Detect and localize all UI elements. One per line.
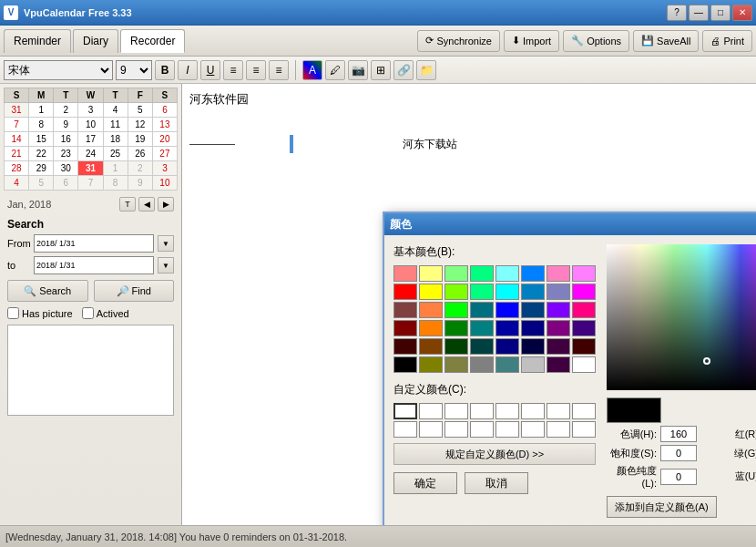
basic-color-swatch[interactable] [495,320,519,336]
basic-color-swatch[interactable] [495,338,519,355]
basic-color-swatch[interactable] [419,356,443,373]
italic-button[interactable]: I [178,60,198,80]
basic-color-swatch[interactable] [470,265,494,282]
search-button[interactable]: 🔍 Search [7,280,88,302]
to-date-input[interactable]: 2018/ 1/31 [34,256,154,274]
basic-color-swatch[interactable] [393,338,417,355]
cal-day-cell[interactable]: 26 [128,147,152,161]
align-right-button[interactable]: ≡ [269,60,289,80]
content-area[interactable]: 河东软件园 河东下载站 颜色 ✕ 基本颜色(B): [182,84,756,525]
cal-day-cell[interactable]: 18 [103,132,128,147]
cal-day-cell[interactable]: 1 [103,161,128,176]
cal-day-cell[interactable]: 7 [5,118,29,132]
basic-color-swatch[interactable] [572,284,596,300]
cal-day-cell[interactable]: 23 [54,147,78,161]
custom-swatch-1[interactable] [393,403,417,419]
cal-day-cell[interactable]: 29 [29,161,54,176]
cal-day-cell[interactable]: 1 [29,103,54,118]
basic-color-swatch[interactable] [547,284,570,300]
find-button[interactable]: 🔎 Find [94,280,175,302]
custom-swatch-3[interactable] [444,403,468,419]
custom-swatch-6[interactable] [521,403,545,419]
custom-swatch-11[interactable] [444,421,468,438]
help-button[interactable]: ? [667,5,687,21]
basic-color-swatch[interactable] [572,320,596,336]
cal-day-cell[interactable]: 20 [152,132,177,147]
next-month-button[interactable]: ▶ [158,197,174,212]
cal-day-cell[interactable]: 13 [152,118,177,132]
basic-color-swatch[interactable] [419,302,443,318]
cal-day-cell[interactable]: 24 [78,147,103,161]
add-to-custom-button[interactable]: 添加到自定义颜色(A) [607,496,717,518]
minimize-button[interactable]: — [689,5,709,21]
cal-day-cell[interactable]: 4 [103,103,128,118]
tab-recorder[interactable]: Recorder [120,29,185,53]
table-button[interactable]: ⊞ [371,60,391,80]
cal-day-cell[interactable]: 6 [152,103,177,118]
close-button[interactable]: ✕ [732,5,752,21]
cancel-button[interactable]: 取消 [465,472,528,494]
basic-color-swatch[interactable] [444,338,468,355]
basic-color-swatch[interactable] [521,356,545,373]
actived-check[interactable]: Actived [82,307,129,319]
cal-day-cell[interactable]: 12 [128,118,152,132]
basic-color-swatch[interactable] [547,320,570,336]
cal-day-cell[interactable]: 5 [128,103,152,118]
save-all-button[interactable]: 💾 SaveAll [633,30,699,52]
basic-color-swatch[interactable] [444,320,468,336]
cal-day-cell[interactable]: 27 [152,147,177,161]
basic-color-swatch[interactable] [495,356,519,373]
define-custom-colors-button[interactable]: 规定自定义颜色(D) >> [393,443,596,465]
basic-color-swatch[interactable] [470,284,494,300]
basic-color-swatch[interactable] [547,302,570,318]
basic-color-swatch[interactable] [393,265,417,282]
align-left-button[interactable]: ≡ [223,60,243,80]
basic-color-swatch[interactable] [572,302,596,318]
basic-color-swatch[interactable] [470,320,494,336]
basic-color-swatch[interactable] [521,302,545,318]
print-button[interactable]: 🖨 Print [702,30,752,52]
cal-day-cell[interactable]: 2 [128,161,152,176]
basic-color-swatch[interactable] [521,265,545,282]
cal-day-cell[interactable]: 2 [54,103,78,118]
cal-day-cell[interactable]: 9 [128,176,152,191]
synchronize-button[interactable]: ⟳ Synchronize [417,30,500,52]
custom-swatch-14[interactable] [521,421,545,438]
tab-reminder[interactable]: Reminder [4,29,71,53]
image-button[interactable]: 📷 [348,60,368,80]
underline-button[interactable]: U [200,60,220,80]
basic-color-swatch[interactable] [444,302,468,318]
basic-color-swatch[interactable] [444,284,468,300]
color-button[interactable]: A [302,60,322,80]
custom-swatch-10[interactable] [419,421,443,438]
custom-swatch-16[interactable] [572,421,596,438]
basic-color-swatch[interactable] [393,356,417,373]
basic-color-swatch[interactable] [495,302,519,318]
bold-button[interactable]: B [155,60,175,80]
font-size-select[interactable]: 9 [116,60,152,80]
custom-swatch-12[interactable] [470,421,494,438]
basic-color-swatch[interactable] [521,284,545,300]
custom-swatch-13[interactable] [495,421,519,438]
custom-swatch-15[interactable] [547,421,570,438]
cal-day-cell[interactable]: 31 [5,103,29,118]
cal-day-cell[interactable]: 8 [29,118,54,132]
custom-swatch-8[interactable] [572,403,596,419]
basic-color-swatch[interactable] [572,356,596,373]
cal-day-cell[interactable]: 4 [5,176,29,191]
lum-input[interactable] [660,469,697,485]
basic-color-swatch[interactable] [444,356,468,373]
cal-day-cell[interactable]: 5 [29,176,54,191]
cal-day-cell[interactable]: 30 [54,161,78,176]
basic-color-swatch[interactable] [419,265,443,282]
cal-day-cell[interactable]: 3 [78,103,103,118]
basic-color-swatch[interactable] [495,265,519,282]
basic-color-swatch[interactable] [521,338,545,355]
highlight-button[interactable]: 🖊 [325,60,345,80]
basic-color-swatch[interactable] [572,265,596,282]
basic-color-swatch[interactable] [495,284,519,300]
cal-day-cell[interactable]: 28 [5,161,29,176]
custom-swatch-4[interactable] [470,403,494,419]
cal-day-cell[interactable]: 10 [152,176,177,191]
basic-color-swatch[interactable] [470,338,494,355]
